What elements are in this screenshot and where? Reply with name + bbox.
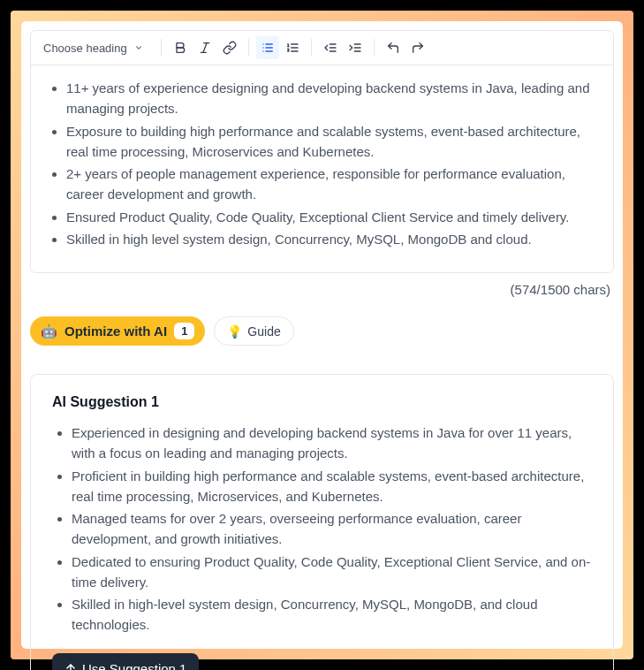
svg-point-8 xyxy=(262,50,263,51)
toolbar-divider xyxy=(311,39,312,57)
svg-line-2 xyxy=(203,43,207,53)
lightbulb-icon: 💡 xyxy=(227,324,242,339)
svg-point-6 xyxy=(262,43,263,44)
editor-content[interactable]: 11+ years of experience designing and de… xyxy=(31,65,613,272)
italic-button[interactable] xyxy=(193,36,216,59)
toolbar-divider xyxy=(161,39,162,57)
editor-toolbar: Choose heading xyxy=(31,31,613,65)
list-item: Skilled in high-level system design, Con… xyxy=(72,594,592,636)
suggestion-bullet-list: Experienced in designing and developing … xyxy=(52,423,592,636)
list-item: 2+ years of people management experience… xyxy=(66,164,597,205)
ai-suggestion-content: Experienced in designing and developing … xyxy=(52,423,592,636)
guide-label: Guide xyxy=(247,324,280,339)
toolbar-divider xyxy=(374,39,375,57)
inner-panel: Choose heading 11+ years of ex xyxy=(21,21,623,649)
use-suggestion-label: Use Suggestion 1 xyxy=(82,661,186,671)
optimize-badge: 1 xyxy=(174,323,194,339)
arrow-up-icon xyxy=(64,662,77,670)
optimize-with-ai-button[interactable]: 🤖 Optimize with AI 1 xyxy=(30,316,205,346)
editor-box: Choose heading 11+ years of ex xyxy=(30,30,614,273)
char-count: (574/1500 chars) xyxy=(30,273,614,301)
use-suggestion-button[interactable]: Use Suggestion 1 xyxy=(52,653,199,671)
robot-icon: 🤖 xyxy=(41,324,57,339)
outdent-button[interactable] xyxy=(319,36,342,59)
bullet-list-button[interactable] xyxy=(256,36,279,59)
ai-suggestion-title: AI Suggestion 1 xyxy=(52,394,592,410)
toolbar-divider xyxy=(248,39,249,57)
list-item: Managed teams for over 2 years, overseei… xyxy=(72,508,592,550)
link-button[interactable] xyxy=(218,36,241,59)
list-item: 11+ years of experience designing and de… xyxy=(66,78,597,119)
heading-select[interactable]: Choose heading xyxy=(38,40,148,57)
optimize-label: Optimize with AI xyxy=(64,324,167,339)
svg-point-7 xyxy=(262,47,263,48)
numbered-list-button[interactable] xyxy=(281,36,304,59)
redo-button[interactable] xyxy=(406,36,429,59)
bold-button[interactable] xyxy=(169,36,192,59)
list-item: Experienced in designing and developing … xyxy=(72,423,592,464)
list-item: Exposure to building high performance an… xyxy=(66,121,597,163)
chevron-down-icon xyxy=(134,43,143,52)
outer-frame: Choose heading 11+ years of ex xyxy=(11,11,633,659)
heading-select-label: Choose heading xyxy=(43,42,127,55)
undo-button[interactable] xyxy=(382,36,405,59)
action-row: 🤖 Optimize with AI 1 💡 Guide xyxy=(30,316,614,346)
guide-button[interactable]: 💡 Guide xyxy=(214,316,293,346)
list-item: Dedicated to ensuring Product Quality, C… xyxy=(72,552,592,593)
list-item: Skilled in high level system design, Con… xyxy=(66,229,597,249)
list-item: Ensured Product Quality, Code Quality, E… xyxy=(66,207,597,227)
list-item: Proficient in building high performance … xyxy=(72,466,592,507)
ai-suggestion-card: AI Suggestion 1 Experienced in designing… xyxy=(30,374,614,670)
editor-bullet-list: 11+ years of experience designing and de… xyxy=(47,78,597,249)
indent-button[interactable] xyxy=(344,36,367,59)
